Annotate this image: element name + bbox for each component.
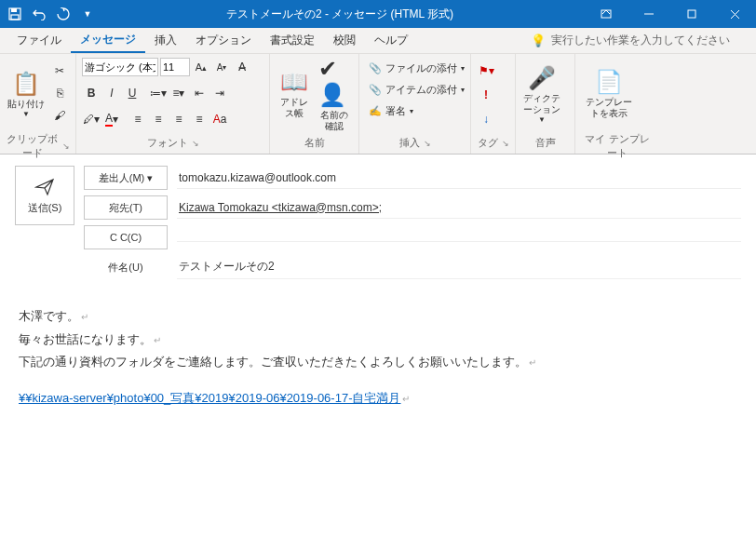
- save-icon[interactable]: [7, 7, 22, 21]
- group-tags: ⚑▾ ! ↓ タグ↘: [471, 54, 516, 154]
- address-book-button[interactable]: 📖 アドレス帳: [276, 58, 313, 130]
- increase-indent-button[interactable]: ⇥: [210, 84, 229, 102]
- cc-field[interactable]: [177, 234, 741, 242]
- underline-button[interactable]: U: [123, 84, 142, 102]
- group-insert: 📎ファイルの添付▾ 📎アイテムの添付▾ ✍署名▾ 挿入↘: [359, 54, 471, 154]
- follow-up-flag-button[interactable]: ⚑▾: [477, 61, 495, 80]
- signature-button[interactable]: ✍署名▾: [365, 102, 468, 120]
- group-voice: 🎤 ディクテ ーション ▼ 音声: [516, 54, 575, 154]
- minimize-button[interactable]: [628, 0, 670, 28]
- attach-file-button[interactable]: 📎ファイルの添付▾: [365, 60, 468, 77]
- bold-button[interactable]: B: [82, 84, 101, 102]
- body-paragraph: 下記の通り資料のフォルダをご連絡します。ご査収いただきたくよろしくお願いいたしま…: [19, 351, 737, 374]
- message-header: 送信(S) 差出人(M) ▾ tomokazu.kizawa@outlook.c…: [0, 155, 756, 290]
- tab-insert[interactable]: 挿入: [145, 29, 186, 52]
- font-size-combo[interactable]: [160, 58, 190, 76]
- body-hyperlink[interactable]: ¥¥kizawa-server¥photo¥00_写真¥2019¥2019-06…: [19, 391, 400, 405]
- tab-file[interactable]: ファイル: [7, 29, 71, 52]
- svg-rect-5: [688, 10, 695, 18]
- paperclip-icon: 📎: [369, 62, 382, 74]
- attach-item-button[interactable]: 📎アイテムの添付▾: [365, 81, 468, 99]
- view-templates-button[interactable]: 📄 テンプレー トを表示: [581, 58, 637, 130]
- highlight-button[interactable]: 🖊▾: [82, 110, 101, 128]
- high-importance-button[interactable]: !: [477, 86, 495, 104]
- insert-launcher[interactable]: ↘: [424, 139, 431, 148]
- from-button[interactable]: 差出人(M) ▾: [84, 166, 168, 190]
- group-names: 📖 アドレス帳 ✔👤 名前の 確認 名前: [270, 54, 359, 154]
- cut-button[interactable]: ✂: [50, 61, 69, 80]
- tab-help[interactable]: ヘルプ: [365, 29, 417, 52]
- svg-rect-1: [11, 8, 17, 12]
- undo-icon[interactable]: [32, 7, 47, 21]
- paste-button[interactable]: 📋 貼り付け ▼: [6, 58, 47, 130]
- low-importance-button[interactable]: ↓: [477, 110, 495, 128]
- font-color-button[interactable]: A▾: [102, 110, 121, 128]
- tab-message[interactable]: メッセージ: [71, 28, 145, 53]
- tab-review[interactable]: 校閲: [324, 29, 365, 52]
- format-painter-button[interactable]: 🖌: [50, 106, 69, 125]
- maximize-button[interactable]: [670, 0, 713, 28]
- italic-button[interactable]: I: [102, 84, 121, 102]
- window-controls: [585, 0, 756, 28]
- tags-launcher[interactable]: ↘: [502, 139, 509, 148]
- window-title: テストメールその2 - メッセージ (HTML 形式): [95, 7, 585, 22]
- decrease-indent-button[interactable]: ⇤: [190, 84, 209, 102]
- attach-item-icon: 📎: [369, 84, 382, 96]
- number-list-button[interactable]: ≡▾: [169, 84, 188, 102]
- align-right-button[interactable]: ≡: [169, 110, 188, 128]
- ribbon-display-options-icon[interactable]: [585, 0, 628, 28]
- tab-format[interactable]: 書式設定: [261, 29, 324, 52]
- qat-dropdown-icon[interactable]: ▼: [80, 7, 95, 21]
- signature-icon: ✍: [369, 105, 382, 117]
- align-left-button[interactable]: ≡: [128, 110, 147, 128]
- align-justify-button[interactable]: ≡: [190, 110, 209, 128]
- redo-icon[interactable]: [56, 7, 71, 21]
- clipboard-icon: 📋: [12, 71, 40, 97]
- body-paragraph: 木澤です。: [19, 305, 737, 329]
- send-label: 送信(S): [28, 201, 62, 215]
- cc-button[interactable]: C C(C): [84, 225, 168, 249]
- clear-format-button[interactable]: A̶: [233, 58, 251, 76]
- check-names-icon: ✔👤: [318, 56, 352, 108]
- group-font: A▴ A▾ A̶ B I U ≔▾ ≡▾ ⇤ ⇥ 🖊▾ A▾: [76, 54, 270, 154]
- ribbon-tabs: ファイル メッセージ 挿入 オプション 書式設定 校閲 ヘルプ 💡 実行したい作…: [0, 28, 756, 54]
- styles-button[interactable]: Aa: [210, 110, 229, 128]
- decrease-font-button[interactable]: A▾: [212, 58, 231, 76]
- send-icon: [34, 177, 55, 197]
- chevron-down-icon: ▼: [538, 115, 546, 124]
- tab-options[interactable]: オプション: [186, 29, 261, 52]
- align-center-button[interactable]: ≡: [149, 110, 168, 128]
- tell-me-search[interactable]: 💡 実行したい作業を入力してください: [531, 33, 749, 48]
- to-field[interactable]: Kizawa Tomokazu <tkizawa@msn.com>;: [177, 197, 741, 219]
- title-bar: ▼ テストメールその2 - メッセージ (HTML 形式): [0, 0, 756, 28]
- check-names-button[interactable]: ✔👤 名前の 確認: [317, 58, 354, 130]
- group-clipboard: 📋 貼り付け ▼ ✂ ⎘ 🖌 クリップボード↘: [0, 54, 76, 154]
- send-button[interactable]: 送信(S): [15, 166, 74, 225]
- quick-access-toolbar: ▼: [7, 7, 95, 21]
- clipboard-launcher[interactable]: ↘: [62, 141, 70, 151]
- increase-font-button[interactable]: A▴: [192, 58, 210, 76]
- message-body[interactable]: 木澤です。 毎々お世話になります。 下記の通り資料のフォルダをご連絡します。ご査…: [0, 290, 756, 425]
- from-value[interactable]: tomokazu.kizawa@outlook.com: [177, 168, 741, 189]
- svg-rect-2: [11, 15, 19, 20]
- tell-me-placeholder: 実行したい作業を入力してください: [551, 33, 730, 48]
- group-templates: 📄 テンプレー トを表示 マイ テンプレート: [575, 54, 659, 154]
- dictation-button[interactable]: 🎤 ディクテ ーション ▼: [521, 58, 562, 130]
- bullet-list-button[interactable]: ≔▾: [149, 84, 168, 102]
- font-launcher[interactable]: ↘: [192, 139, 199, 148]
- template-icon: 📄: [595, 69, 623, 95]
- close-button[interactable]: [713, 0, 756, 28]
- body-paragraph: 毎々お世話になります。: [19, 329, 737, 352]
- to-button[interactable]: 宛先(T): [84, 195, 168, 220]
- chevron-down-icon: ▼: [22, 110, 30, 118]
- font-name-combo[interactable]: [82, 58, 158, 76]
- subject-label: 件名(U): [84, 255, 168, 279]
- lightbulb-icon: 💡: [531, 34, 546, 47]
- body-paragraph: ¥¥kizawa-server¥photo¥00_写真¥2019¥2019-06…: [19, 387, 737, 410]
- microphone-icon: 🎤: [528, 65, 556, 91]
- copy-button[interactable]: ⎘: [50, 84, 69, 102]
- ribbon: 📋 貼り付け ▼ ✂ ⎘ 🖌 クリップボード↘ A▴ A▾ A̶: [0, 54, 756, 155]
- subject-field[interactable]: テストメールその2: [177, 255, 741, 279]
- address-book-icon: 📖: [280, 69, 308, 95]
